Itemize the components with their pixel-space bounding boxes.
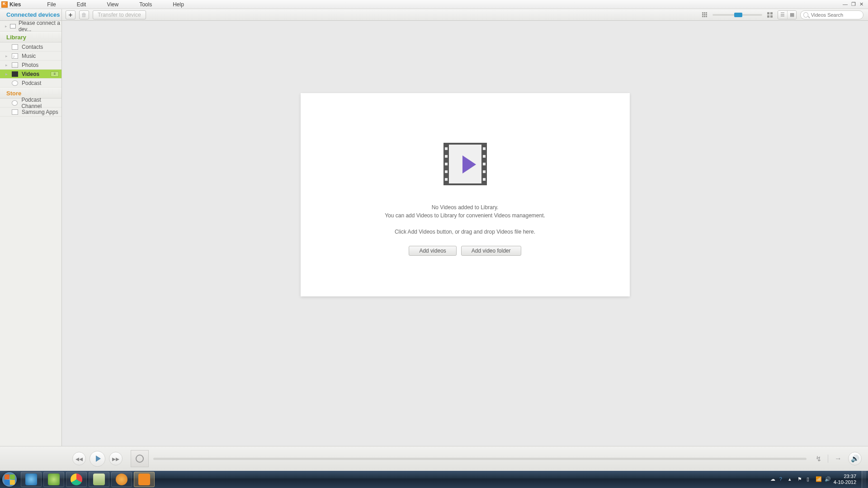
view-grid-button[interactable]: ▦: [787, 11, 796, 19]
thumb-large-icon[interactable]: [766, 11, 774, 19]
play-button[interactable]: [90, 451, 105, 467]
device-prompt-label: Please connect a dev...: [19, 20, 61, 33]
repeat-button[interactable]: →: [835, 455, 842, 463]
svg-rect-12: [770, 15, 773, 18]
svg-rect-0: [702, 12, 703, 14]
add-videos-button[interactable]: Add videos: [409, 246, 456, 256]
tray-help-icon[interactable]: ?: [779, 476, 786, 483]
search-input[interactable]: [811, 12, 860, 18]
transfer-to-device-button[interactable]: Transfer to device: [93, 10, 146, 19]
add-video-folder-button[interactable]: Add video folder: [461, 246, 521, 256]
sidebar-item-videos[interactable]: ▸ Videos ≡: [0, 70, 61, 79]
svg-rect-5: [706, 14, 707, 15]
menu-file[interactable]: File: [47, 1, 56, 8]
taskbar-mediaplayer[interactable]: [111, 472, 132, 487]
titlebar: Kies File Edit View Tools Help — ❐ ✕: [0, 0, 868, 9]
tray-battery-icon[interactable]: ▯: [807, 476, 813, 483]
sidebar-section-library: Library: [0, 32, 61, 42]
empty-line1: No Videos added to Library.: [301, 203, 630, 211]
menu-tools[interactable]: Tools: [139, 1, 152, 8]
app-icon: [1, 1, 8, 8]
taskbar-msn[interactable]: [43, 472, 64, 487]
menu-help[interactable]: Help: [173, 1, 184, 8]
menu-edit[interactable]: Edit: [77, 1, 86, 8]
videos-icon: [12, 71, 18, 77]
expand-icon[interactable]: ▸: [5, 72, 8, 76]
sidebar-item-samsung-apps[interactable]: Samsung Apps: [0, 108, 61, 117]
connected-devices-label: Connected devices: [0, 9, 62, 20]
expand-icon[interactable]: ▸: [5, 63, 8, 67]
view-list-button[interactable]: ☰: [778, 11, 787, 19]
maximize-button[interactable]: ❐: [851, 1, 856, 7]
film-icon: [443, 143, 487, 185]
delete-button[interactable]: 🗑: [79, 10, 89, 19]
samsung-apps-icon: [12, 109, 18, 115]
sidebar-device-prompt[interactable]: ▸ Please connect a dev...: [0, 21, 61, 32]
reel-icon: [136, 455, 144, 463]
sidebar-item-podcast[interactable]: Podcast: [0, 79, 61, 88]
svg-rect-8: [706, 16, 707, 17]
expand-icon[interactable]: ▸: [5, 54, 8, 58]
menu-bar: File Edit View Tools Help: [47, 1, 184, 8]
taskbar-ie[interactable]: [21, 472, 42, 487]
tray-volume-icon[interactable]: 🔊: [825, 476, 831, 483]
svg-rect-11: [767, 15, 769, 18]
next-button[interactable]: ▸▸: [109, 452, 123, 465]
windows-taskbar: ☁ ? ▴ ⚑ ▯ 📶 🔊 23:37 4-10-2012: [0, 471, 868, 488]
svg-rect-4: [704, 14, 705, 15]
sidebar-item-label: Photos: [22, 62, 38, 68]
svg-rect-2: [706, 12, 707, 14]
podcast-icon: [12, 80, 18, 86]
volume-button[interactable]: 🔊: [848, 452, 862, 465]
taskbar-kies[interactable]: [134, 472, 155, 487]
play-triangle-icon: [462, 155, 476, 174]
tray-chevron-icon[interactable]: ▴: [788, 476, 795, 483]
photos-icon: [12, 62, 18, 68]
close-button[interactable]: ✕: [859, 1, 863, 7]
svg-rect-3: [702, 14, 703, 15]
app-name: Kies: [9, 1, 21, 8]
svg-rect-10: [770, 12, 773, 14]
sidebar-item-label: Podcast: [22, 80, 41, 86]
thumbnail-size-slider[interactable]: [712, 14, 762, 16]
sidebar-item-contacts[interactable]: Contacts: [0, 42, 61, 52]
taskbar-chrome[interactable]: [66, 472, 87, 487]
tray-network-icon[interactable]: 📶: [816, 476, 822, 483]
prev-button[interactable]: ◂◂: [72, 452, 86, 465]
svg-rect-6: [702, 16, 703, 17]
playlist-icon[interactable]: ≡: [51, 71, 59, 77]
player-bar: ◂◂ ▸▸ ↯ → 🔊: [0, 446, 868, 471]
sidebar-item-label: Podcast Channel: [21, 97, 61, 109]
expand-icon: ▸: [5, 24, 7, 28]
sidebar-item-podcast-channel[interactable]: Podcast Channel: [0, 99, 61, 108]
sidebar-item-label: Videos: [22, 71, 39, 77]
add-button[interactable]: +: [66, 10, 75, 19]
thumb-small-icon[interactable]: [701, 11, 709, 19]
minimize-button[interactable]: —: [843, 1, 848, 7]
sidebar-item-music[interactable]: ▸ Music: [0, 52, 61, 61]
main-area: No Videos added to Library. You can add …: [62, 21, 868, 446]
now-playing-thumbnail: [131, 450, 149, 467]
sidebar-item-photos[interactable]: ▸ Photos: [0, 61, 61, 70]
start-button[interactable]: [0, 471, 19, 488]
separator: [828, 455, 828, 463]
tray-date: 4-10-2012: [834, 479, 856, 485]
svg-rect-9: [767, 12, 769, 14]
sidebar-item-label: Music: [22, 53, 36, 59]
taskbar-explorer[interactable]: [89, 472, 109, 487]
menu-view[interactable]: View: [107, 1, 118, 8]
seek-slider[interactable]: [153, 458, 807, 460]
tray-weather-icon[interactable]: ☁: [770, 476, 777, 483]
system-tray: ☁ ? ▴ ⚑ ▯ 📶 🔊 23:37 4-10-2012: [770, 471, 868, 488]
shuffle-button[interactable]: ↯: [816, 455, 821, 463]
music-icon: [12, 53, 18, 59]
svg-rect-7: [704, 16, 705, 17]
search-box[interactable]: [800, 10, 863, 19]
tray-clock[interactable]: 23:37 4-10-2012: [834, 474, 859, 485]
empty-line2: You can add Videos to Library for conven…: [301, 211, 630, 220]
podcast-channel-icon: [12, 100, 18, 106]
show-desktop-button[interactable]: [862, 471, 866, 488]
tray-flag-icon[interactable]: ⚑: [797, 476, 804, 483]
device-icon: [10, 24, 16, 28]
sidebar: ▸ Please connect a dev... Library Contac…: [0, 21, 62, 446]
